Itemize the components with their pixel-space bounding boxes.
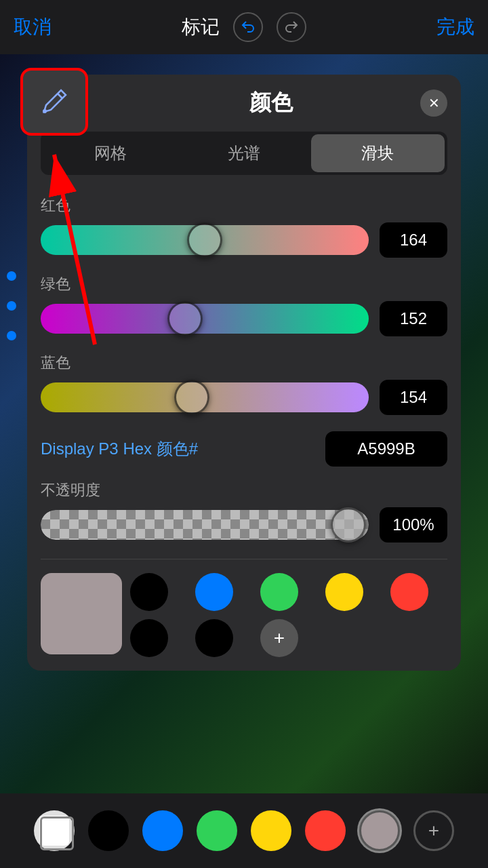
blue-slider-label: 蓝色 bbox=[41, 353, 447, 373]
opacity-label: 不透明度 bbox=[41, 480, 447, 500]
red-slider-thumb[interactable] bbox=[187, 222, 222, 258]
blue-slider-track-wrapper[interactable] bbox=[41, 380, 369, 415]
blue-slider-value[interactable]: 154 bbox=[380, 380, 447, 415]
bottom-swatch-selected[interactable] bbox=[359, 810, 400, 851]
swatch-yellow[interactable] bbox=[325, 573, 363, 611]
blue-slider-row: 154 bbox=[41, 380, 447, 415]
opacity-track-wrapper[interactable] bbox=[41, 507, 369, 542]
redo-button[interactable] bbox=[277, 12, 306, 42]
tab-bar: 网格 光谱 滑块 bbox=[41, 132, 447, 175]
swatches-container: + bbox=[41, 573, 447, 657]
bottom-bar: + bbox=[0, 793, 488, 868]
opacity-track bbox=[41, 510, 369, 540]
swatch-red[interactable] bbox=[390, 573, 428, 611]
eyedropper-button[interactable] bbox=[20, 68, 88, 136]
top-bar-center: 标记 bbox=[182, 12, 306, 42]
hex-label: Display P3 Hex 颜色# bbox=[41, 438, 198, 460]
svg-point-0 bbox=[43, 109, 47, 113]
swatch-black-3[interactable] bbox=[195, 619, 233, 657]
color-picker-modal: 颜色 ✕ 网格 光谱 滑块 红色 164 绿色 152 蓝色 bbox=[27, 75, 461, 671]
swatch-green[interactable] bbox=[260, 573, 298, 611]
green-slider-track-wrapper[interactable] bbox=[41, 301, 369, 336]
green-slider-value[interactable]: 152 bbox=[380, 301, 447, 336]
bottom-swatch-green[interactable] bbox=[197, 810, 237, 851]
cancel-button[interactable]: 取消 bbox=[14, 14, 52, 40]
tab-grid[interactable]: 网格 bbox=[43, 134, 177, 172]
modal-close-button[interactable]: ✕ bbox=[420, 90, 447, 117]
red-slider-track-wrapper[interactable] bbox=[41, 222, 369, 258]
red-slider-row: 164 bbox=[41, 222, 447, 258]
bottom-swatch-add[interactable]: + bbox=[413, 810, 454, 851]
hex-row: Display P3 Hex 颜色# A5999B bbox=[41, 431, 447, 467]
bottom-swatch-blue[interactable] bbox=[142, 810, 183, 851]
green-slider-thumb[interactable] bbox=[167, 301, 203, 336]
green-slider-track bbox=[41, 304, 369, 334]
divider bbox=[41, 559, 447, 559]
swatches-grid: + bbox=[130, 573, 447, 657]
opacity-checker bbox=[41, 510, 369, 540]
red-slider-section: 红色 164 bbox=[41, 195, 447, 258]
top-bar-title: 标记 bbox=[182, 14, 220, 40]
green-slider-label: 绿色 bbox=[41, 274, 447, 294]
undo-button[interactable] bbox=[233, 12, 263, 42]
blue-slider-section: 蓝色 154 bbox=[41, 353, 447, 415]
red-slider-value[interactable]: 164 bbox=[380, 222, 447, 258]
swatch-black[interactable] bbox=[130, 573, 168, 611]
red-slider-label: 红色 bbox=[41, 195, 447, 216]
green-slider-section: 绿色 152 bbox=[41, 274, 447, 336]
swatch-black-2[interactable] bbox=[130, 619, 168, 657]
swatch-add-button[interactable]: + bbox=[260, 619, 298, 657]
green-slider-row: 152 bbox=[41, 301, 447, 336]
bottom-swatch-layers[interactable] bbox=[34, 810, 75, 851]
opacity-row: 100% bbox=[41, 507, 447, 542]
modal-header: 颜色 ✕ bbox=[41, 88, 447, 118]
tab-spectrum[interactable]: 光谱 bbox=[177, 134, 310, 172]
opacity-thumb[interactable] bbox=[331, 507, 366, 542]
sidebar-dot-1 bbox=[7, 271, 16, 281]
sidebar-dot-2 bbox=[7, 301, 16, 311]
blue-slider-thumb[interactable] bbox=[174, 380, 209, 415]
selected-color-preview bbox=[41, 573, 122, 654]
sidebar-dot-3 bbox=[7, 331, 16, 340]
done-button[interactable]: 完成 bbox=[436, 14, 474, 40]
top-bar: 取消 标记 完成 bbox=[0, 0, 488, 54]
bottom-swatch-black[interactable] bbox=[88, 810, 129, 851]
hex-value[interactable]: A5999B bbox=[325, 431, 447, 467]
swatch-blue[interactable] bbox=[195, 573, 233, 611]
bottom-swatch-red[interactable] bbox=[305, 810, 346, 851]
sidebar-dots bbox=[7, 271, 16, 340]
opacity-value[interactable]: 100% bbox=[380, 507, 447, 542]
bottom-swatch-yellow[interactable] bbox=[251, 810, 291, 851]
tab-sliders[interactable]: 滑块 bbox=[311, 134, 445, 172]
modal-title: 颜色 bbox=[95, 88, 447, 118]
